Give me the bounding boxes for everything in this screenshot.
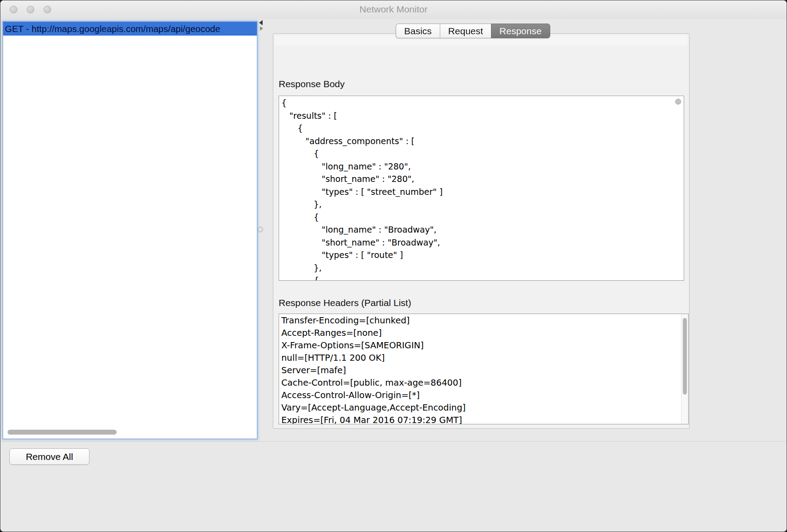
response-body-label: Response Body [279,79,345,89]
request-list-item-selected[interactable]: GET - http://maps.googleapis.com/maps/ap… [3,22,257,36]
response-body-textarea[interactable]: { "results" : [ { "address_components" :… [279,96,684,281]
response-headers-textarea[interactable]: Transfer-Encoding=[chunked] Accept-Range… [279,314,689,424]
response-headers-label: Response Headers (Partial List) [279,298,411,308]
request-list[interactable]: GET - http://maps.googleapis.com/maps/ap… [3,21,257,439]
footer-divider [0,441,787,442]
tab-basics[interactable]: Basics [396,24,440,38]
response-body-json: { "results" : [ { "address_components" :… [279,96,684,281]
headers-scrollbar-track[interactable] [681,314,688,424]
splitpane-collapse-right-icon[interactable] [260,26,263,31]
response-body-scrollbar-thumb[interactable] [675,99,681,105]
splitpane-divider-handle[interactable] [258,227,263,232]
splitpane-collapse-left-icon[interactable] [259,20,263,25]
tab-response[interactable]: Response [491,24,550,38]
window-title: Network Monitor [0,4,787,15]
headers-scrollbar-thumb[interactable] [683,318,687,395]
title-bar: Network Monitor [0,0,787,19]
horizontal-scrollbar-thumb[interactable] [8,430,117,435]
remove-all-button[interactable]: Remove All [9,448,89,465]
response-headers-text: Transfer-Encoding=[chunked] Accept-Range… [279,314,688,424]
tab-request[interactable]: Request [440,24,491,38]
network-monitor-window: Network Monitor GET - http://maps.google… [0,0,787,532]
tab-bar: Basics Request Response [396,24,550,38]
